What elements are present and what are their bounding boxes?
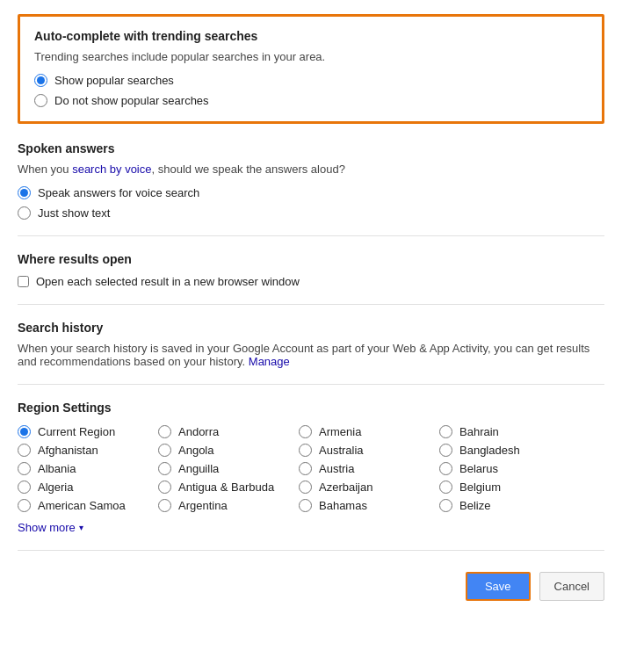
autocomplete-title: Auto-complete with trending searches: [34, 29, 588, 43]
show-popular-option[interactable]: Show popular searches: [34, 74, 588, 87]
show-text-option[interactable]: Just show text: [18, 206, 604, 220]
divider-4: [18, 550, 604, 551]
hide-popular-radio[interactable]: [34, 94, 47, 107]
region-label: Bahamas: [319, 499, 367, 512]
autocomplete-desc: Trending searches include popular search…: [34, 50, 588, 63]
show-text-radio[interactable]: [18, 206, 31, 220]
region-option[interactable]: Australia: [299, 444, 439, 457]
region-label: Argentina: [178, 499, 228, 512]
region-label: Angola: [178, 444, 213, 457]
region-radio[interactable]: [158, 425, 171, 438]
region-radio[interactable]: [18, 481, 31, 494]
region-option[interactable]: Armenia: [299, 425, 439, 438]
region-radio[interactable]: [439, 462, 452, 475]
region-option[interactable]: Andorra: [158, 425, 299, 438]
region-label: Belarus: [459, 462, 498, 475]
region-settings-title: Region Settings: [18, 401, 604, 415]
footer-buttons: Save Cancel: [18, 572, 604, 610]
region-label: Afghanistan: [38, 444, 98, 457]
manage-history-link[interactable]: Manage: [249, 355, 290, 368]
region-radio[interactable]: [158, 462, 171, 475]
region-label: Albania: [38, 462, 76, 475]
region-radio[interactable]: [439, 425, 452, 438]
region-settings-section: Region Settings Current RegionAndorraArm…: [18, 401, 604, 534]
divider-2: [18, 304, 604, 305]
spoken-answers-section: Spoken answers When you search by voice,…: [18, 141, 604, 220]
region-label: Anguilla: [178, 462, 219, 475]
speak-answers-option[interactable]: Speak answers for voice search: [18, 186, 604, 199]
new-window-label: Open each selected result in a new brows…: [36, 275, 300, 288]
region-radio[interactable]: [18, 499, 31, 512]
region-option[interactable]: Bahrain: [439, 425, 580, 438]
search-history-section: Search history When your search history …: [18, 321, 604, 368]
region-option[interactable]: Anguilla: [158, 462, 299, 475]
hide-popular-option[interactable]: Do not show popular searches: [34, 94, 588, 107]
show-more-arrow-icon: ▾: [79, 523, 83, 532]
region-radio[interactable]: [18, 425, 31, 438]
show-text-label: Just show text: [38, 206, 110, 220]
region-option[interactable]: Afghanistan: [18, 444, 158, 457]
region-label: Armenia: [319, 425, 361, 438]
region-option[interactable]: Azerbaijan: [299, 481, 439, 494]
region-radio[interactable]: [299, 499, 312, 512]
region-label: Belize: [459, 499, 490, 512]
spoken-answers-radio-group: Speak answers for voice search Just show…: [18, 186, 604, 220]
region-radio[interactable]: [439, 444, 452, 457]
results-open-title: Where results open: [18, 252, 604, 266]
region-label: Bangladesh: [459, 444, 520, 457]
region-radio[interactable]: [158, 444, 171, 457]
autocomplete-radio-group: Show popular searches Do not show popula…: [34, 74, 588, 107]
region-option[interactable]: Bahamas: [299, 499, 439, 512]
search-history-desc: When your search history is saved in you…: [18, 342, 604, 368]
region-option[interactable]: Belgium: [439, 481, 580, 494]
region-radio[interactable]: [439, 481, 452, 494]
show-popular-label: Show popular searches: [54, 74, 174, 87]
show-more-button[interactable]: Show more ▾: [18, 521, 83, 534]
region-option[interactable]: Austria: [299, 462, 439, 475]
region-radio[interactable]: [299, 444, 312, 457]
region-radio[interactable]: [439, 499, 452, 512]
hide-popular-label: Do not show popular searches: [54, 94, 209, 107]
region-label: Bahrain: [459, 425, 499, 438]
show-popular-radio[interactable]: [34, 74, 47, 87]
region-option[interactable]: Albania: [18, 462, 158, 475]
region-option[interactable]: Belarus: [439, 462, 580, 475]
divider-1: [18, 235, 604, 236]
region-option[interactable]: American Samoa: [18, 499, 158, 512]
region-label: Current Region: [38, 425, 115, 438]
region-radio[interactable]: [158, 499, 171, 512]
region-label: Antigua & Barbuda: [178, 481, 274, 494]
region-radio[interactable]: [299, 462, 312, 475]
region-option[interactable]: Angola: [158, 444, 299, 457]
history-desc-prefix: When your search history is saved in you…: [18, 342, 589, 368]
region-option[interactable]: Antigua & Barbuda: [158, 481, 299, 494]
region-option[interactable]: Argentina: [158, 499, 299, 512]
region-label: Belgium: [459, 481, 501, 494]
region-grid: Current RegionAndorraArmeniaBahrainAfgha…: [18, 425, 604, 512]
new-window-option[interactable]: Open each selected result in a new brows…: [18, 275, 604, 288]
speak-answers-label: Speak answers for voice search: [38, 186, 199, 199]
region-radio[interactable]: [18, 462, 31, 475]
spoken-desc-prefix: When you: [18, 163, 72, 176]
new-window-checkbox[interactable]: [18, 276, 29, 287]
search-history-title: Search history: [18, 321, 604, 335]
search-by-voice-link[interactable]: search by voice: [72, 163, 151, 176]
region-label: American Samoa: [38, 499, 126, 512]
region-option[interactable]: Belize: [439, 499, 580, 512]
region-radio[interactable]: [299, 425, 312, 438]
save-button[interactable]: Save: [466, 572, 531, 601]
region-radio[interactable]: [18, 444, 31, 457]
spoken-desc-suffix: , should we speak the answers aloud?: [151, 163, 344, 176]
region-label: Australia: [319, 444, 364, 457]
region-option[interactable]: Algeria: [18, 481, 158, 494]
divider-3: [18, 384, 604, 385]
region-option[interactable]: Current Region: [18, 425, 158, 438]
results-open-section: Where results open Open each selected re…: [18, 252, 604, 288]
autocomplete-section: Auto-complete with trending searches Tre…: [18, 14, 604, 124]
region-radio[interactable]: [299, 481, 312, 494]
region-radio[interactable]: [158, 481, 171, 494]
region-label: Andorra: [178, 425, 219, 438]
region-option[interactable]: Bangladesh: [439, 444, 580, 457]
cancel-button[interactable]: Cancel: [539, 572, 604, 601]
speak-answers-radio[interactable]: [18, 186, 31, 199]
